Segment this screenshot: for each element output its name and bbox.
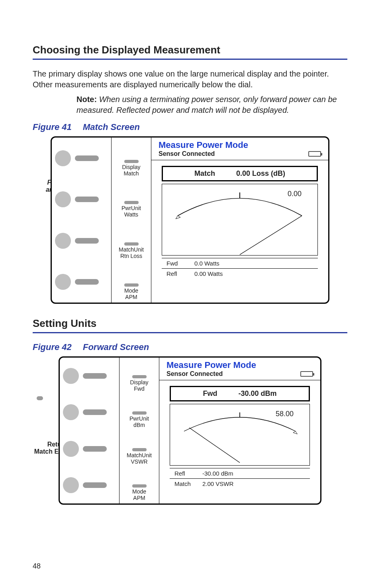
main-readout-box: Match 0.00 Loss (dB) bbox=[162, 166, 318, 181]
note-text: When using a terminating power sensor, o… bbox=[76, 95, 337, 114]
label-pwrunit: dBm bbox=[133, 422, 145, 428]
softkey-button[interactable] bbox=[63, 368, 79, 384]
softkey-bar-icon bbox=[75, 279, 99, 285]
figure-42-title: Forward Screen bbox=[83, 342, 149, 352]
gauge-arc-icon bbox=[162, 184, 317, 255]
label-mode-top: Mode bbox=[124, 287, 138, 294]
readout-refl-label: Refl bbox=[166, 270, 194, 277]
screen-title: Measure Power Mode bbox=[159, 140, 321, 150]
readout-match-label: Match bbox=[174, 480, 202, 487]
softkey-bar-icon bbox=[83, 446, 107, 452]
label-mode: APM bbox=[133, 495, 145, 501]
softkey-button[interactable] bbox=[55, 274, 71, 290]
callout-bar-icon bbox=[37, 396, 43, 400]
label-pwrunit: Watts bbox=[124, 211, 138, 218]
label-matchunit-top: MatchUnit bbox=[119, 246, 144, 253]
softkey-bar-icon bbox=[75, 238, 99, 244]
device-forward-screen: DisplayFwd PwrUnitdBm MatchUnitVSWR Mode… bbox=[59, 356, 321, 505]
label-display: Match bbox=[123, 170, 139, 177]
softkey-tick-icon bbox=[132, 411, 147, 415]
main-readout-box: Fwd -30.00 dBm bbox=[170, 386, 310, 401]
figure-42-number: Figure 42 bbox=[33, 342, 72, 352]
softkey-tick-icon bbox=[132, 484, 147, 488]
softkey-tick-icon bbox=[124, 201, 139, 204]
label-matchunit: Rtn Loss bbox=[120, 253, 142, 259]
label-pwrunit-top: PwrUnit bbox=[121, 205, 141, 211]
main-readout-value: 0.00 Loss (dB) bbox=[236, 169, 285, 178]
softkey-button[interactable] bbox=[55, 233, 71, 249]
softkey-button[interactable] bbox=[63, 404, 79, 420]
battery-icon bbox=[308, 151, 321, 157]
figure-42-caption: Figure 42 Forward Screen bbox=[33, 342, 347, 352]
label-matchunit: VSWR bbox=[131, 458, 148, 465]
divider bbox=[159, 380, 320, 380]
heading-rule bbox=[33, 332, 347, 333]
label-display-top: Display bbox=[122, 164, 141, 170]
label-display-top: Display bbox=[130, 379, 149, 385]
label-mode: APM bbox=[125, 294, 137, 300]
readout-fwd-value: 0.0 Watts bbox=[194, 260, 219, 267]
softkey-bar-icon bbox=[83, 482, 107, 488]
softkey-tick-icon bbox=[124, 283, 139, 287]
note-label: Note: bbox=[76, 95, 97, 104]
softkey-bar-icon bbox=[83, 373, 107, 379]
figure-41-number: Figure 41 bbox=[33, 122, 72, 132]
main-readout-value: -30.00 dBm bbox=[238, 389, 276, 398]
body-para: The primary display shows one value on t… bbox=[33, 69, 347, 90]
page-number: 48 bbox=[33, 562, 41, 570]
screen-title: Measure Power Mode bbox=[166, 360, 313, 370]
main-readout-label: Match bbox=[194, 169, 215, 178]
label-column: DisplayMatch PwrUnitWatts MatchUnitRtn L… bbox=[112, 138, 151, 303]
softkey-bar-icon bbox=[75, 155, 99, 161]
secondary-readouts: Fwd0.0 Watts Refl0.00 Watts bbox=[162, 258, 318, 279]
softkey-tick-icon bbox=[132, 448, 147, 451]
gauge-dial: 0.00 bbox=[162, 184, 318, 256]
label-matchunit-top: MatchUnit bbox=[127, 452, 152, 458]
heading-setting-units: Setting Units bbox=[33, 317, 347, 330]
label-display: Fwd bbox=[134, 385, 144, 392]
divider bbox=[151, 160, 328, 160]
device-match-screen: DisplayMatch PwrUnitWatts MatchUnitRtn L… bbox=[51, 136, 329, 304]
heading-rule bbox=[33, 59, 347, 60]
secondary-readouts: Refl-30.00 dBm Match2.00 VSWR bbox=[170, 468, 310, 489]
softkey-tick-icon bbox=[132, 375, 147, 378]
readout-refl-value: 0.00 Watts bbox=[194, 270, 223, 277]
label-pwrunit-top: PwrUnit bbox=[129, 415, 149, 422]
svg-line-1 bbox=[240, 216, 302, 255]
screen-subtitle: Sensor Connected bbox=[166, 370, 223, 378]
gauge-dial: 58.00 bbox=[170, 404, 310, 466]
readout-refl-value: -30.00 dBm bbox=[202, 470, 233, 477]
softkey-button[interactable] bbox=[55, 191, 71, 207]
gauge-arc-icon bbox=[170, 404, 309, 465]
main-readout-label: Fwd bbox=[203, 389, 217, 398]
softkey-tick-icon bbox=[124, 160, 139, 163]
label-column: DisplayFwd PwrUnitdBm MatchUnitVSWR Mode… bbox=[119, 358, 159, 503]
svg-line-3 bbox=[189, 428, 240, 463]
softkey-column bbox=[52, 138, 112, 303]
battery-icon bbox=[300, 371, 313, 377]
softkey-button[interactable] bbox=[63, 477, 79, 493]
readout-match-value: 2.00 VSWR bbox=[202, 480, 233, 487]
softkey-button[interactable] bbox=[55, 150, 71, 166]
figure-41-title: Match Screen bbox=[83, 122, 140, 132]
softkey-tick-icon bbox=[124, 242, 139, 246]
softkey-bar-icon bbox=[83, 409, 107, 415]
note-block: Note: When using a terminating power sen… bbox=[76, 94, 347, 116]
heading-choosing: Choosing the Displayed Measurement bbox=[33, 44, 347, 56]
softkey-button[interactable] bbox=[63, 441, 79, 457]
readout-fwd-label: Fwd bbox=[166, 260, 194, 267]
figure-41-caption: Figure 41 Match Screen bbox=[33, 122, 347, 132]
screen-subtitle: Sensor Connected bbox=[159, 150, 215, 157]
softkey-column bbox=[60, 358, 119, 503]
label-mode-top: Mode bbox=[132, 488, 146, 495]
readout-refl-label: Refl bbox=[174, 470, 202, 477]
softkey-bar-icon bbox=[75, 197, 99, 202]
